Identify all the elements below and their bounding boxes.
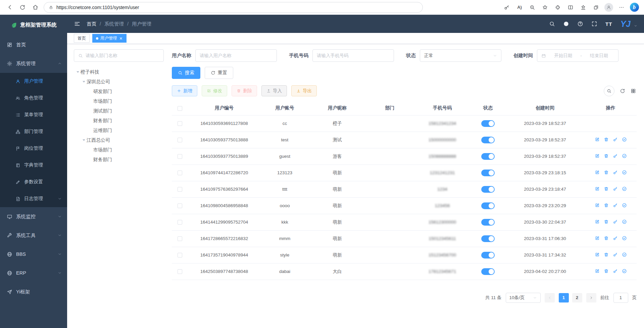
delete-user-icon[interactable] <box>604 153 609 158</box>
add-button[interactable]: 新增 <box>172 85 197 96</box>
status-toggle[interactable] <box>481 202 495 209</box>
status-toggle[interactable] <box>481 268 495 275</box>
sidebar-item-user-management[interactable]: 用户管理 <box>0 73 67 90</box>
app-logo[interactable]: 意框架管理系统 <box>0 15 67 35</box>
row-checkbox[interactable] <box>178 121 182 126</box>
favorites-add-icon[interactable] <box>539 1 551 14</box>
row-checkbox[interactable] <box>178 203 182 208</box>
extensions-icon[interactable] <box>551 1 564 14</box>
delete-user-icon[interactable] <box>604 186 609 191</box>
reset-password-icon[interactable] <box>613 153 618 158</box>
split-screen-icon[interactable] <box>564 1 577 14</box>
sidebar-item-bbs[interactable]: BBS <box>0 245 67 264</box>
tree-node[interactable]: 研发部门 <box>74 87 164 96</box>
header-search-icon[interactable] <box>549 21 555 27</box>
zoom-out-icon[interactable] <box>526 1 539 14</box>
delete-user-icon[interactable] <box>604 269 609 274</box>
help-icon[interactable] <box>577 21 583 27</box>
sidebar-item-system-management[interactable]: 系统管理 <box>0 54 67 73</box>
passwords-key-icon[interactable] <box>500 1 513 14</box>
tree-node[interactable]: 市场部门 <box>74 145 164 155</box>
status-toggle[interactable] <box>481 120 495 127</box>
reset-password-icon[interactable] <box>613 236 618 241</box>
sidebar-item-role-management[interactable]: 角色管理 <box>0 90 67 106</box>
date-range-picker[interactable]: 开始日期 - 结束日期 <box>537 49 618 62</box>
prev-page-button[interactable] <box>545 293 555 302</box>
sidebar-item-dict-management[interactable]: 字典管理 <box>0 157 67 174</box>
assign-role-icon[interactable] <box>622 219 627 224</box>
user-avatar-logo[interactable]: YJ <box>620 20 631 28</box>
github-icon[interactable] <box>563 21 569 27</box>
sidebar-item-menu-management[interactable]: 菜单管理 <box>0 106 67 123</box>
close-tab-icon[interactable] <box>119 37 123 40</box>
row-checkbox[interactable] <box>178 220 182 225</box>
favorites-bar-icon[interactable] <box>577 1 590 14</box>
edit-user-icon[interactable] <box>595 219 600 224</box>
reset-password-icon[interactable] <box>613 269 618 274</box>
user-menu-caret-icon[interactable] <box>634 24 637 28</box>
edit-user-icon[interactable] <box>595 137 600 142</box>
sidebar-item-erp[interactable]: ERP <box>0 264 67 282</box>
delete-user-icon[interactable] <box>604 137 609 142</box>
assign-role-icon[interactable] <box>622 236 627 241</box>
assign-role-icon[interactable] <box>622 269 627 274</box>
edit-user-icon[interactable] <box>595 269 600 274</box>
delete-user-icon[interactable] <box>604 203 609 208</box>
dept-search-input[interactable] <box>86 53 159 58</box>
delete-user-icon[interactable] <box>604 170 609 175</box>
next-page-button[interactable] <box>586 293 596 302</box>
page-button-2[interactable]: 2 <box>572 293 582 302</box>
assign-role-icon[interactable] <box>622 186 627 191</box>
assign-role-icon[interactable] <box>622 203 627 208</box>
sidebar-item-home[interactable]: 首页 <box>0 35 67 54</box>
delete-user-icon[interactable] <box>604 252 609 257</box>
tree-node[interactable]: 橙子科技 <box>74 67 164 77</box>
read-aloud-icon[interactable]: A) <box>513 1 526 14</box>
assign-role-icon[interactable] <box>622 137 627 142</box>
browser-menu-icon[interactable] <box>615 1 628 14</box>
edit-user-icon[interactable] <box>595 236 600 241</box>
select-all-checkbox[interactable] <box>178 106 182 111</box>
profile-avatar[interactable] <box>602 1 615 14</box>
font-size-icon[interactable]: TT <box>605 21 612 27</box>
search-button[interactable]: 搜索 <box>172 67 200 79</box>
sidebar-item-system-tools[interactable]: 系统工具 <box>0 226 67 245</box>
status-toggle[interactable] <box>481 219 495 226</box>
status-select[interactable]: 正常 <box>420 49 501 62</box>
refresh-table-button[interactable] <box>620 88 625 94</box>
edit-user-icon[interactable] <box>595 170 600 175</box>
status-toggle[interactable] <box>481 235 495 242</box>
tree-node[interactable]: 运维部门 <box>74 126 164 135</box>
tree-node[interactable]: 财务部门 <box>74 155 164 165</box>
row-checkbox[interactable] <box>178 269 182 274</box>
row-checkbox[interactable] <box>178 236 182 241</box>
edit-user-icon[interactable] <box>595 252 600 257</box>
status-toggle[interactable] <box>481 252 495 259</box>
home-button[interactable] <box>29 1 42 14</box>
status-toggle[interactable] <box>481 170 495 176</box>
reset-password-icon[interactable] <box>613 252 618 257</box>
tab-home[interactable]: 首页 <box>74 34 90 43</box>
sidebar-item-param-settings[interactable]: 参数设置 <box>0 174 67 190</box>
reset-password-icon[interactable] <box>613 219 618 224</box>
address-bar[interactable]: https://ccnetcore.com:1101/system/user <box>44 2 423 13</box>
column-settings-button[interactable] <box>631 88 636 94</box>
fullscreen-icon[interactable] <box>591 21 597 27</box>
row-checkbox[interactable] <box>178 171 182 175</box>
edit-user-icon[interactable] <box>595 186 600 191</box>
assign-role-icon[interactable] <box>622 252 627 257</box>
sidebar-item-system-monitor[interactable]: 系统监控 <box>0 207 67 226</box>
status-toggle[interactable] <box>481 137 495 143</box>
edit-button[interactable]: 修改 <box>202 85 227 96</box>
phone-input[interactable] <box>317 53 390 58</box>
copilot-icon[interactable]: b <box>628 1 641 14</box>
import-button[interactable]: 导入 <box>261 85 287 96</box>
row-checkbox[interactable] <box>178 154 182 159</box>
assign-role-icon[interactable] <box>622 153 627 158</box>
back-button[interactable] <box>3 1 16 14</box>
edit-user-icon[interactable] <box>595 203 600 208</box>
reset-password-icon[interactable] <box>613 170 618 175</box>
sidebar-item-dept-management[interactable]: 部门管理 <box>0 123 67 140</box>
row-checkbox[interactable] <box>178 138 182 142</box>
sidebar-toggle-icon[interactable] <box>74 20 81 27</box>
